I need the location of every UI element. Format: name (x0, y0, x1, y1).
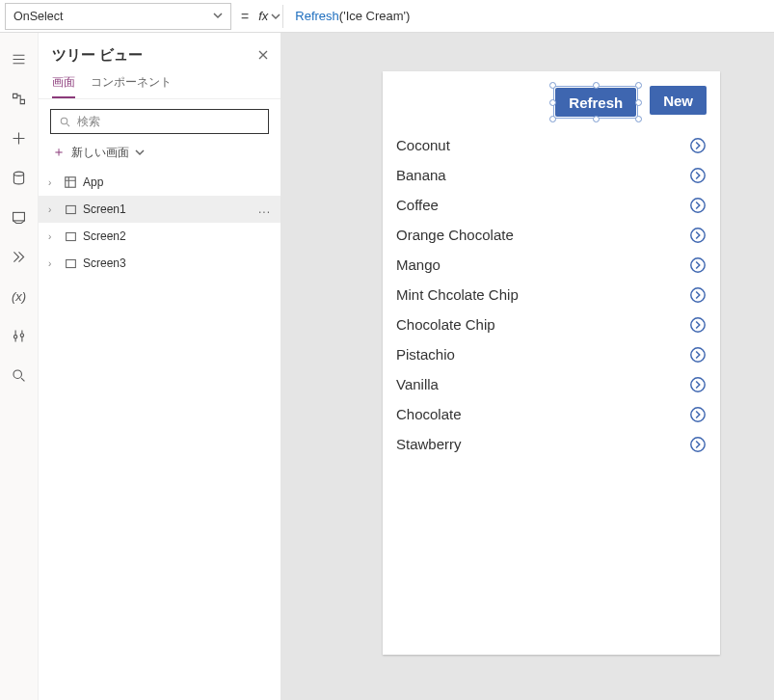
tree-item-screen3[interactable]: › Screen3 (39, 250, 280, 277)
resize-handle[interactable] (593, 116, 600, 122)
list-item-label: Orange Chocolate (396, 227, 514, 243)
arrow-right-circle-icon[interactable] (689, 436, 707, 453)
chevron-right-icon: › (48, 231, 58, 242)
variables-icon[interactable]: (x) (11, 287, 28, 305)
chevron-down-icon (135, 148, 145, 157)
tree-search-input[interactable]: 検索 (50, 109, 269, 134)
refresh-button-label: Refresh (569, 94, 623, 111)
tree-item-label: App (83, 175, 103, 189)
insert-icon[interactable] (11, 129, 28, 147)
arrow-right-circle-icon[interactable] (689, 256, 707, 274)
svg-point-11 (691, 168, 705, 181)
list-item[interactable]: Mint Chcolate Chip (396, 280, 707, 310)
arrow-right-circle-icon[interactable] (689, 376, 707, 393)
tab-components[interactable]: コンポーネント (91, 74, 172, 98)
phone-screen: Refresh New CoconutBananaCoffeeOrange Ch… (383, 71, 720, 655)
arrow-right-circle-icon[interactable] (689, 406, 707, 423)
list-item-label: Stawberry (396, 436, 462, 452)
resize-handle[interactable] (635, 82, 642, 89)
advanced-tools-icon[interactable] (11, 327, 28, 344)
svg-point-13 (691, 228, 705, 241)
chevron-right-icon: › (48, 177, 58, 188)
tree-item-app[interactable]: › App (39, 169, 280, 196)
refresh-button-selection: Refresh (553, 86, 638, 119)
tree-item-label: Screen1 (83, 202, 126, 216)
app-icon (64, 175, 77, 189)
phone-list: CoconutBananaCoffeeOrange ChocolateMango… (383, 130, 720, 459)
refresh-button[interactable]: Refresh (555, 88, 636, 117)
list-item[interactable]: Stawberry (396, 429, 707, 459)
screen-icon (64, 229, 77, 243)
svg-point-17 (691, 347, 705, 361)
svg-point-19 (691, 407, 705, 420)
power-automate-icon[interactable] (11, 248, 28, 265)
resize-handle[interactable] (635, 99, 642, 106)
list-item-label: Coconut (396, 137, 450, 153)
resize-handle[interactable] (635, 116, 642, 122)
chevron-down-icon[interactable] (271, 8, 280, 25)
svg-point-2 (13, 335, 16, 337)
svg-point-18 (691, 377, 705, 390)
list-item-label: Chocolate (396, 406, 462, 422)
more-icon[interactable]: ... (258, 202, 271, 216)
svg-rect-1 (13, 212, 25, 221)
tree-list: › App › Screen1 ... › Screen2 › Screen3 (39, 169, 280, 277)
list-item-label: Vanilla (396, 376, 439, 392)
tab-screens[interactable]: 画面 (52, 74, 75, 98)
svg-point-0 (13, 172, 23, 175)
chevron-right-icon: › (48, 204, 58, 215)
fx-box: fx Refresh('Ice Cream') (258, 0, 410, 33)
arrow-right-circle-icon[interactable] (689, 137, 707, 154)
list-item-label: Pistachio (396, 346, 455, 363)
search-icon[interactable] (11, 366, 28, 384)
svg-rect-7 (66, 205, 75, 213)
list-item[interactable]: Orange Chocolate (396, 220, 707, 250)
close-icon[interactable] (257, 48, 269, 64)
list-item-label: Chocolate Chip (396, 316, 495, 333)
divider (282, 5, 283, 28)
list-item[interactable]: Coffee (396, 190, 707, 220)
resize-handle[interactable] (549, 116, 556, 122)
list-item[interactable]: Pistachio (396, 339, 707, 369)
svg-point-5 (61, 118, 67, 123)
screen-icon (64, 256, 77, 270)
list-item-label: Mango (396, 256, 440, 273)
hamburger-icon[interactable] (11, 50, 28, 67)
new-screen-button[interactable]: ＋ 新しい画面 (39, 140, 280, 169)
search-placeholder: 検索 (77, 114, 100, 130)
svg-point-15 (691, 287, 705, 301)
media-icon[interactable] (11, 208, 28, 226)
list-item[interactable]: Banana (396, 160, 707, 190)
property-dropdown[interactable]: OnSelect (5, 3, 231, 30)
tree-item-screen2[interactable]: › Screen2 (39, 223, 280, 250)
equals-sign: = (231, 9, 258, 24)
arrow-right-circle-icon[interactable] (689, 346, 707, 363)
plus-icon: ＋ (52, 144, 66, 161)
tree-item-screen1[interactable]: › Screen1 ... (39, 196, 280, 223)
tree-title: ツリー ビュー (52, 46, 257, 65)
tree-view-icon[interactable] (11, 90, 28, 107)
list-item[interactable]: Vanilla (396, 369, 707, 399)
list-item-label: Mint Chcolate Chip (396, 286, 519, 303)
list-item[interactable]: Mango (396, 250, 707, 280)
tree-item-label: Screen2 (83, 229, 126, 243)
arrow-right-circle-icon[interactable] (689, 286, 707, 304)
arrow-right-circle-icon[interactable] (689, 167, 707, 184)
arrow-right-circle-icon[interactable] (689, 227, 707, 244)
list-item[interactable]: Chocolate Chip (396, 310, 707, 339)
svg-rect-8 (66, 232, 75, 240)
list-item[interactable]: Coconut (396, 130, 707, 160)
new-button[interactable]: New (650, 86, 707, 115)
canvas-area[interactable]: Refresh New CoconutBananaCoffeeOrange Ch… (281, 33, 774, 700)
chevron-right-icon: › (48, 258, 58, 269)
data-icon[interactable] (11, 169, 28, 186)
arrow-right-circle-icon[interactable] (689, 316, 707, 334)
list-item-label: Coffee (396, 197, 439, 213)
list-item-label: Banana (396, 167, 446, 183)
formula-input[interactable]: Refresh('Ice Cream') (289, 9, 410, 23)
list-item[interactable]: Chocolate (396, 399, 707, 429)
arrow-right-circle-icon[interactable] (689, 197, 707, 214)
svg-point-3 (20, 333, 23, 336)
tree-tabs: 画面 コンポーネント (39, 70, 280, 99)
svg-rect-9 (66, 259, 75, 267)
